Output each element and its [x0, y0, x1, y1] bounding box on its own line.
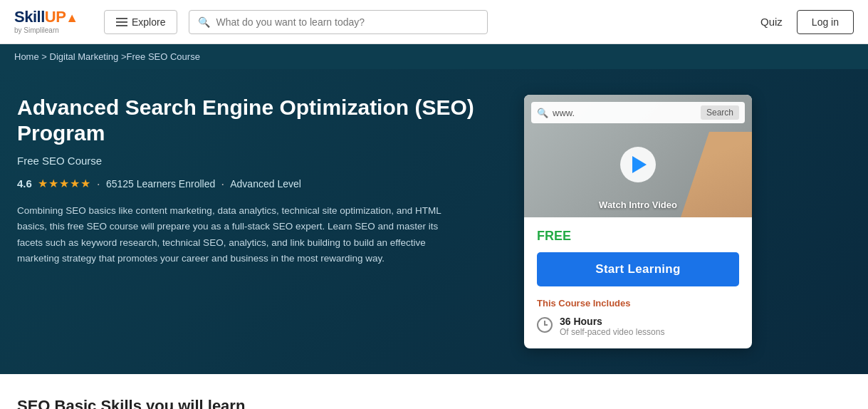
quiz-link[interactable]: Quiz [760, 16, 783, 28]
play-icon [632, 156, 647, 173]
course-description: Combining SEO basics like content market… [17, 203, 459, 266]
price-tag: FREE [537, 229, 739, 244]
url-text: www. [553, 108, 696, 118]
hamburger-icon [116, 18, 127, 26]
breadcrumb-digital-marketing[interactable]: Digital Marketing [50, 51, 119, 62]
clock-icon [537, 317, 553, 333]
explore-button[interactable]: Explore [104, 10, 177, 34]
breadcrumb-sep1: > [39, 51, 50, 62]
below-fold: SEO Basic Skills you will learn [0, 374, 868, 409]
search-icon: 🔍 [198, 16, 210, 28]
course-subtitle: Free SEO Course [17, 155, 501, 167]
header: SkillUP▲ by Simplilearn Explore 🔍 Quiz L… [0, 0, 868, 44]
explore-label: Explore [132, 16, 165, 28]
nav-right: Quiz Log in [760, 10, 854, 34]
dot-separator2: · [221, 177, 224, 190]
star-icons: ★★★★★ [38, 177, 91, 190]
dot-separator1: · [97, 177, 100, 190]
logo: SkillUP▲ by Simplilearn [14, 9, 93, 34]
logo-text: SkillUP▲ [14, 9, 78, 25]
watch-intro-label: Watch Intro Video [599, 200, 677, 210]
breadcrumb: Home > Digital Marketing >Free SEO Cours… [0, 44, 868, 69]
card-body: FREE Start Learning This Course Includes… [524, 217, 752, 348]
start-learning-button[interactable]: Start Learning [537, 252, 739, 286]
course-card: 🔍 www. Search Watch Intro Video FREE Sta… [524, 95, 752, 348]
course-level: Advanced Level [230, 178, 301, 190]
login-button[interactable]: Log in [797, 10, 854, 34]
play-button[interactable] [620, 147, 656, 182]
includes-title: This Course Includes [537, 298, 739, 309]
learners-count: 65125 Learners Enrolled [106, 178, 215, 190]
breadcrumb-home[interactable]: Home [14, 51, 39, 62]
card-video: 🔍 www. Search Watch Intro Video [524, 95, 752, 217]
hours-sublabel: Of self-paced video lessons [560, 327, 664, 337]
hero-section: Advanced Search Engine Optimization (SEO… [0, 69, 868, 374]
breadcrumb-current: Free SEO Course [127, 51, 200, 62]
hand-graphic [681, 132, 752, 217]
rating-number: 4.6 [17, 177, 32, 190]
search-input[interactable] [216, 16, 479, 28]
logo-skill: Skill [14, 8, 45, 26]
hours-label: 36 Hours [560, 316, 664, 327]
logo-arrow: ▲ [66, 11, 78, 25]
hero-content: Advanced Search Engine Optimization (SEO… [17, 95, 501, 348]
course-title: Advanced Search Engine Optimization (SEO… [17, 95, 501, 146]
video-url-bar: 🔍 www. Search [531, 102, 745, 123]
url-search-icon: 🔍 [537, 108, 548, 118]
section-title: SEO Basic Skills you will learn [17, 397, 851, 409]
rating-row: 4.6 ★★★★★ · 65125 Learners Enrolled · Ad… [17, 177, 501, 190]
breadcrumb-sep2: > [118, 51, 126, 62]
includes-row: 36 Hours Of self-paced video lessons [537, 316, 739, 337]
search-bar: 🔍 [189, 10, 488, 34]
logo-up: UP [45, 8, 66, 26]
includes-info: 36 Hours Of self-paced video lessons [560, 316, 664, 337]
logo-subtitle: by Simplilearn [14, 26, 59, 34]
url-search-button[interactable]: Search [701, 105, 739, 120]
